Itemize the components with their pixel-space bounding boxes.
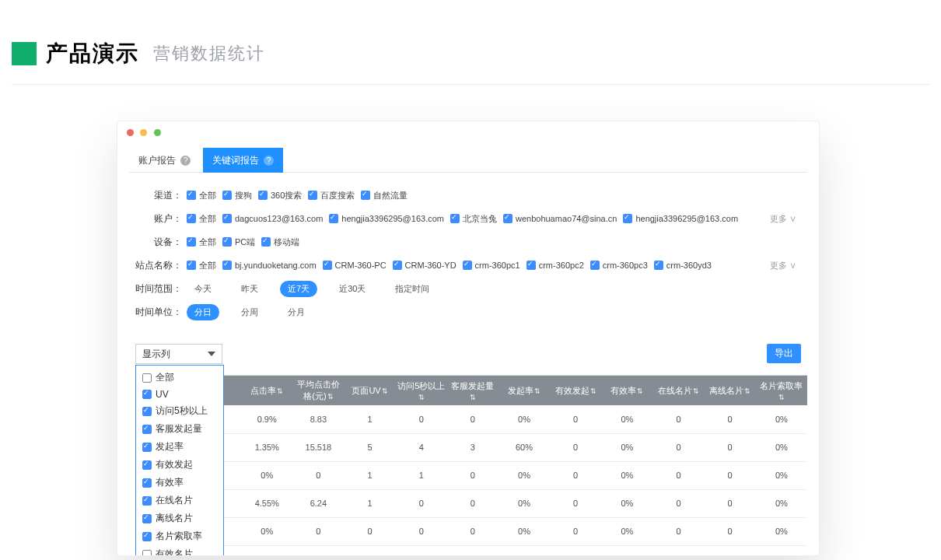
more-link[interactable]: 更多 ∨: [770, 260, 796, 271]
window-min-dot[interactable]: [140, 129, 147, 136]
column-option[interactable]: 有效名片: [136, 545, 223, 556]
time-option[interactable]: 分日: [187, 304, 219, 320]
filter-checkbox[interactable]: 全部: [187, 236, 216, 248]
checkbox-icon: [142, 443, 152, 452]
table-cell: 15.518: [292, 433, 344, 461]
table-header[interactable]: 发起率⇅: [498, 376, 550, 405]
filter-checkbox[interactable]: crm-360pc3: [590, 261, 648, 270]
table-header[interactable]: 离线名片⇅: [705, 376, 756, 405]
column-option[interactable]: 名片索取率: [136, 527, 223, 545]
checkbox-icon: [142, 514, 152, 523]
column-option[interactable]: 客服发起量: [136, 420, 223, 438]
table-header[interactable]: 点击率⇅: [241, 376, 292, 405]
sort-icon[interactable]: ⇅: [418, 394, 425, 401]
time-option[interactable]: 今天: [187, 281, 219, 297]
sort-icon[interactable]: ⇅: [693, 387, 699, 395]
filter-checkbox[interactable]: 360搜索: [258, 190, 302, 201]
table-header[interactable]: 页面UV⇅: [344, 376, 395, 405]
tab-label: 关键词报告: [212, 155, 259, 166]
title-accent-block: [12, 42, 37, 65]
sort-icon[interactable]: ⇅: [590, 387, 596, 395]
sort-icon[interactable]: ⇅: [470, 394, 476, 401]
sort-icon[interactable]: ⇅: [637, 387, 643, 395]
table-cell: 0: [396, 517, 447, 545]
column-option[interactable]: 全部: [136, 369, 223, 387]
window-max-dot[interactable]: [154, 129, 161, 136]
table-cell: 0%: [756, 433, 807, 461]
time-option[interactable]: 分月: [280, 304, 313, 320]
filter-checkbox[interactable]: hengjia3396295@163.com: [329, 214, 444, 223]
checkbox-icon: [142, 407, 152, 416]
filter-checkbox[interactable]: 搜狗: [222, 190, 252, 201]
filter-checkbox[interactable]: wenbohuamao74@sina.cn: [503, 214, 617, 223]
table-header[interactable]: 有效率⇅: [601, 376, 652, 405]
column-option[interactable]: 发起率: [136, 438, 223, 456]
column-option-label: 名片索取率: [156, 530, 202, 543]
column-option[interactable]: 有效率: [136, 474, 223, 492]
filter-checkbox[interactable]: 全部: [187, 190, 216, 201]
time-option[interactable]: 昨天: [233, 281, 266, 297]
table-cell: 1.35%: [241, 433, 292, 461]
time-option[interactable]: 近7天: [280, 281, 317, 297]
filter-option-label: crm-360pc2: [539, 261, 584, 270]
filter-row-timeunit: 时间单位： 分日分周分月: [135, 303, 801, 320]
table-cell: 0%: [601, 433, 652, 461]
filter-checkbox[interactable]: PC端: [222, 236, 255, 248]
time-option[interactable]: 分周: [233, 304, 266, 320]
filter-checkbox[interactable]: bj.yunduoketang.com: [222, 261, 317, 270]
column-option[interactable]: UV: [136, 387, 223, 402]
table-cell: 0: [652, 461, 704, 489]
help-icon[interactable]: ?: [180, 156, 191, 166]
filter-checkbox[interactable]: 移动端: [261, 236, 299, 248]
column-option[interactable]: 访问5秒以上: [136, 402, 223, 420]
window-close-dot[interactable]: [127, 129, 134, 136]
filter-checkbox[interactable]: 北京当兔: [450, 213, 497, 225]
column-option[interactable]: 离线名片: [136, 509, 223, 527]
more-link[interactable]: 更多 ∨: [770, 213, 796, 225]
filter-option-label: 搜狗: [235, 190, 252, 201]
filter-checkbox[interactable]: hengjia3396295@163.com: [623, 214, 738, 223]
column-option[interactable]: 有效发起: [136, 456, 223, 474]
tab-keyword-report[interactable]: 关键词报告 ?: [203, 148, 283, 173]
column-header-label: 名片索取率: [760, 381, 803, 390]
filter-checkbox[interactable]: CRM-360-PC: [323, 261, 387, 270]
table-cell: 0: [652, 517, 704, 545]
tab-account-report[interactable]: 账户报告 ?: [129, 148, 200, 173]
filter-checkbox[interactable]: crm-360pc1: [463, 261, 520, 270]
time-option[interactable]: 近30天: [331, 281, 373, 297]
sort-icon[interactable]: ⇅: [778, 394, 785, 401]
time-option[interactable]: 指定时间: [387, 281, 437, 297]
filter-checkbox[interactable]: dagcuos123@163.com: [222, 214, 323, 223]
table-cell: 0%: [756, 489, 807, 517]
filter-checkbox[interactable]: CRM-360-YD: [393, 261, 457, 270]
sort-icon[interactable]: ⇅: [744, 387, 750, 395]
table-cell: 0%: [498, 517, 550, 545]
column-option-label: 离线名片: [156, 512, 193, 525]
sort-icon[interactable]: ⇅: [327, 393, 334, 401]
filter-checkbox[interactable]: crm-360yd3: [654, 261, 712, 270]
table-header[interactable]: 访问5秒以上⇅: [396, 376, 447, 405]
sort-icon[interactable]: ⇅: [277, 387, 283, 395]
table-cell: 0: [652, 405, 704, 433]
column-option[interactable]: 在线名片: [136, 492, 223, 509]
filter-checkbox[interactable]: 全部: [187, 213, 216, 225]
table-cell: 0: [344, 517, 395, 545]
sort-icon[interactable]: ⇅: [534, 387, 540, 395]
table-header[interactable]: 在线名片⇅: [652, 376, 704, 405]
filter-checkbox[interactable]: 全部: [187, 260, 216, 271]
table-header[interactable]: 平均点击价格(元)⇅: [292, 376, 344, 405]
column-header-label: 访问5秒以上: [397, 381, 445, 390]
filter-checkbox[interactable]: 自然流量: [361, 190, 408, 201]
table-header[interactable]: 有效发起⇅: [550, 376, 601, 405]
filter-option-label: hengjia3396295@163.com: [341, 214, 444, 223]
column-select[interactable]: 显示列 全部UV访问5秒以上客服发起量发起率有效发起有效率在线名片离线名片名片索…: [135, 344, 222, 364]
help-icon[interactable]: ?: [264, 156, 274, 166]
table-header[interactable]: 客服发起量⇅: [447, 376, 498, 405]
filter-checkbox[interactable]: 百度搜索: [308, 190, 355, 201]
sort-icon[interactable]: ⇅: [382, 387, 388, 395]
export-button[interactable]: 导出: [767, 344, 801, 363]
column-option-label: 有效率: [156, 476, 184, 489]
column-dropdown: 全部UV访问5秒以上客服发起量发起率有效发起有效率在线名片离线名片名片索取率有效…: [135, 365, 224, 556]
table-header[interactable]: 名片索取率⇅: [756, 376, 807, 405]
filter-checkbox[interactable]: crm-360pc2: [526, 261, 584, 270]
